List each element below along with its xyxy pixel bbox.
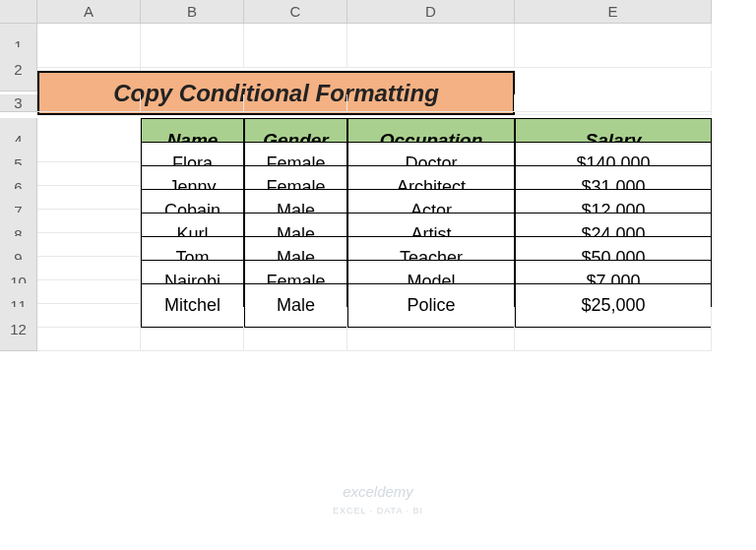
cell[interactable] [515,94,712,112]
cell[interactable] [37,94,141,112]
watermark: exceldemy EXCEL · DATA · BI [333,484,423,517]
cell[interactable] [244,94,347,112]
cell[interactable] [515,307,712,351]
cell[interactable] [515,24,712,68]
column-header[interactable]: B [141,0,244,24]
select-all-corner[interactable] [0,0,37,24]
column-header[interactable]: E [515,0,712,24]
column-header[interactable]: D [347,0,515,24]
row-header[interactable]: 12 [0,307,37,351]
watermark-subtext: EXCEL · DATA · BI [333,506,423,516]
cell[interactable] [244,24,347,68]
column-header[interactable]: A [37,0,141,24]
cell[interactable] [141,307,244,351]
cell[interactable] [141,94,244,112]
column-header[interactable]: C [244,0,347,24]
cell[interactable] [347,307,515,351]
watermark-text: exceldemy [343,483,413,500]
spreadsheet-grid: A B C D E 1 2 Copy Conditional Formattin… [0,0,756,331]
cell[interactable] [347,24,515,68]
cell[interactable] [244,307,347,351]
cell[interactable] [141,24,244,68]
cell[interactable] [37,307,141,351]
row-header[interactable]: 2 [0,47,37,92]
cell[interactable] [347,94,515,112]
row-header[interactable]: 3 [0,94,37,112]
